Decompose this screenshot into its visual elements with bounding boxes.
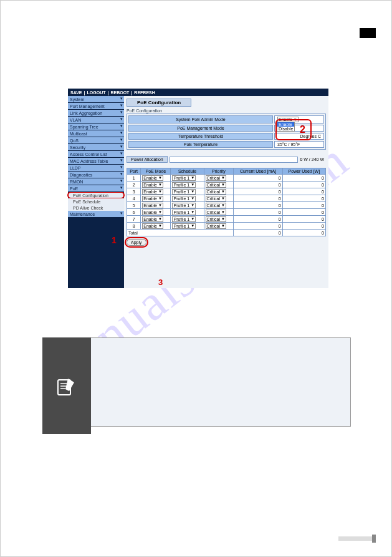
poe-mode-select[interactable]: Enable▼ <box>142 210 163 215</box>
schedule-select[interactable]: Profile 1▼ <box>172 196 196 201</box>
sidebar-sub-poe-configuration[interactable]: PoE Configuration <box>68 192 124 198</box>
apply-button[interactable]: Apply <box>127 239 146 246</box>
schedule-select[interactable]: Profile 1▼ <box>172 189 196 195</box>
priority-select[interactable]: Critical▼ <box>206 223 226 229</box>
sidebar-item-system[interactable]: System▾ <box>68 96 124 103</box>
priority-select[interactable]: Critical▼ <box>206 216 226 222</box>
table-row: 2Enable▼Profile 1▼Critical▼00 <box>127 182 326 188</box>
poe-temperature-cell: 35°C / 95°F <box>274 141 324 148</box>
dropdown-option-enable[interactable]: Enable <box>277 122 294 127</box>
sidebar-item-qos[interactable]: QoS▾ <box>68 137 124 144</box>
sidebar-item-vlan[interactable]: VLAN▾ <box>68 117 124 124</box>
sidebar-item-acl[interactable]: Access Control List▾ <box>68 151 124 158</box>
sidebar-item-poe[interactable]: PoE▾ <box>68 185 124 192</box>
refresh-link[interactable]: REFRESH <box>134 90 155 95</box>
schedule-select[interactable]: Profile 1▼ <box>172 216 196 222</box>
annotation-3: 3 <box>158 278 163 287</box>
schedule-select[interactable]: Profile 1▼ <box>172 175 196 181</box>
temperature-threshold-cell[interactable]: Degrees C <box>274 133 324 140</box>
priority-select[interactable]: Critical▼ <box>206 182 226 188</box>
annotation-1: 1 <box>112 235 117 245</box>
schedule-select[interactable]: Profile 1▼ <box>172 223 196 229</box>
table-row: 7Enable▼Profile 1▼Critical▼00 <box>127 216 326 223</box>
poe-mode-select[interactable]: Enable▼ <box>142 216 163 222</box>
chevron-down-icon: ▾ <box>120 96 123 101</box>
priority-select[interactable]: Critical▼ <box>206 196 226 201</box>
config-table: System PoE Admin Mode Enable▼ Enable Dis… <box>127 114 326 150</box>
sidebar-sub-poe-schedule[interactable]: PoE Schedule <box>68 198 124 205</box>
table-header-row: PortPoE ModeSchedule PriorityCurrent Use… <box>127 168 326 175</box>
sidebar: System▾ Port Management▾ Link Aggregatio… <box>68 96 124 288</box>
sidebar-item-security[interactable]: Security▾ <box>68 144 124 151</box>
save-link[interactable]: SAVE <box>70 90 82 95</box>
table-row: 6Enable▼Profile 1▼Critical▼00 <box>127 209 326 216</box>
poe-mode-select[interactable]: Enable▼ <box>142 203 163 208</box>
chevron-down-icon: ▼ <box>294 118 297 122</box>
priority-select[interactable]: Critical▼ <box>206 175 226 181</box>
sidebar-item-port-management[interactable]: Port Management▾ <box>68 103 124 110</box>
sidebar-sub-pd-alive-check[interactable]: PD Alive Check <box>68 205 124 211</box>
sidebar-item-maintenance[interactable]: Maintenance▾ <box>68 211 124 218</box>
top-toolbar: SAVE| LOGOUT| REBOOT| REFRESH <box>68 89 328 96</box>
power-allocation-text: 0 W / 240 W <box>298 157 326 162</box>
poe-mode-select[interactable]: Enable▼ <box>142 196 163 201</box>
schedule-select[interactable]: Profile 1▼ <box>172 182 196 188</box>
reboot-link[interactable]: REBOOT <box>110 90 129 95</box>
cfg-label: System PoE Admin Mode <box>128 115 273 124</box>
power-allocation: Power Allocation 0 W / 240 W <box>127 156 326 163</box>
table-row: 5Enable▼Profile 1▼Critical▼00 <box>127 202 326 209</box>
table-row: 3Enable▼Profile 1▼Critical▼00 <box>127 188 326 195</box>
priority-select[interactable]: Critical▼ <box>206 210 226 215</box>
note-icon <box>54 374 79 399</box>
poe-mode-select[interactable]: Enable▼ <box>142 189 163 195</box>
sidebar-item-multicast[interactable]: Multicast▾ <box>68 130 124 137</box>
main-content: PoE Configuration PoE Configuration Syst… <box>124 96 328 288</box>
poe-mode-select[interactable]: Enable▼ <box>142 182 163 188</box>
power-allocation-label: Power Allocation <box>127 156 168 163</box>
page-title: PoE Configuration <box>127 99 191 107</box>
poe-mode-select[interactable]: Enable▼ <box>142 175 163 181</box>
switch-admin-ui: SAVE| LOGOUT| REBOOT| REFRESH System▾ Po… <box>68 89 328 288</box>
poe-mode-select[interactable]: Enable▼ <box>142 223 163 229</box>
sidebar-item-mac-table[interactable]: MAC Address Table▾ <box>68 158 124 165</box>
sidebar-item-lldp[interactable]: LLDP▾ <box>68 165 124 172</box>
sidebar-item-diagnostics[interactable]: Diagnostics▾ <box>68 172 124 178</box>
priority-select[interactable]: Critical▼ <box>206 189 226 195</box>
note-box <box>42 337 351 434</box>
table-row: 8Enable▼Profile 1▼Critical▼00 <box>127 223 326 230</box>
schedule-select[interactable]: Profile 1▼ <box>172 203 196 208</box>
port-table: PortPoE ModeSchedule PriorityCurrent Use… <box>127 168 326 236</box>
annotation-2: 2 <box>300 124 305 135</box>
priority-select[interactable]: Critical▼ <box>206 203 226 208</box>
sidebar-item-link-aggregation[interactable]: Link Aggregation▾ <box>68 110 124 117</box>
table-row: 4Enable▼Profile 1▼Critical▼00 <box>127 195 326 202</box>
sidebar-item-spanning-tree[interactable]: Spanning Tree▾ <box>68 124 124 130</box>
header-mark <box>360 28 376 38</box>
note-body <box>91 337 351 427</box>
schedule-select[interactable]: Profile 1▼ <box>172 210 196 215</box>
footer-mark <box>338 536 376 541</box>
logout-link[interactable]: LOGOUT <box>87 90 106 95</box>
sidebar-item-rmon[interactable]: RMON▾ <box>68 178 124 185</box>
document-page: manualshive.com SAVE| LOGOUT| REBOOT| RE… <box>0 0 392 557</box>
table-row: 1Enable▼Profile 1▼Critical▼00 <box>127 175 326 182</box>
admin-mode-dropdown[interactable]: Enable Disable <box>277 122 295 132</box>
system-poe-admin-mode-cell: Enable▼ Enable Disable <box>274 115 324 124</box>
table-total-row: Total 0 0 <box>127 230 326 236</box>
dropdown-option-disable[interactable]: Disable <box>277 127 294 131</box>
note-icon-panel <box>42 337 91 434</box>
power-allocation-bar <box>170 157 299 163</box>
section-label: PoE Configuration <box>127 109 326 113</box>
